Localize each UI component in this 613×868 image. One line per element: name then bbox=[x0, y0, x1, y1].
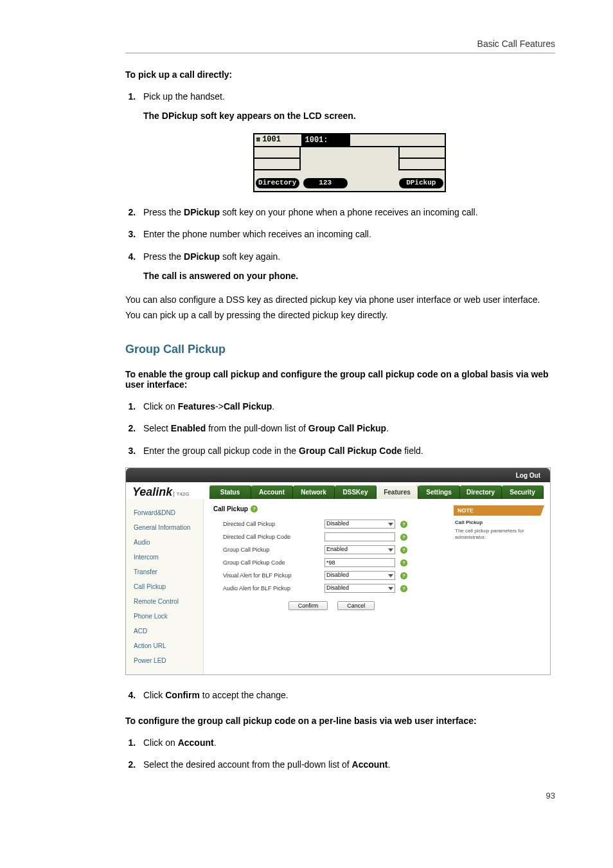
tab-directory[interactable]: Directory bbox=[460, 485, 502, 499]
list-item: Press the DPickup soft key again. The ca… bbox=[138, 249, 555, 284]
tab-security[interactable]: Security bbox=[502, 485, 544, 499]
sidebar-item-general-information[interactable]: General Information bbox=[126, 520, 203, 535]
page-header: Basic Call Features bbox=[125, 39, 555, 53]
note-body: The call pickup parameters for administr… bbox=[455, 528, 524, 540]
input-directed-call-pickup-code[interactable] bbox=[324, 532, 395, 541]
field-label: Group Call Pickup Code bbox=[213, 559, 319, 566]
softkey-empty bbox=[351, 178, 396, 188]
softkey-directory[interactable]: Directory bbox=[256, 178, 300, 188]
direct-pickup-steps: Pick up the handset. The DPickup soft ke… bbox=[125, 89, 555, 283]
sidebar-item-phone-lock[interactable]: Phone Lock bbox=[126, 609, 203, 624]
group-call-pickup-heading: Group Call Pickup bbox=[125, 343, 555, 356]
softkey-dpickup[interactable]: DPickup bbox=[399, 178, 443, 188]
field-label: Directed Call Pickup bbox=[213, 521, 319, 527]
lcd-title: 1001: bbox=[303, 134, 350, 147]
help-icon[interactable]: ? bbox=[400, 547, 407, 554]
sidebar-item-power-led[interactable]: Power LED bbox=[126, 653, 203, 668]
tab-dsskey[interactable]: DSSKey bbox=[335, 485, 377, 499]
note-head: NOTE bbox=[454, 505, 540, 516]
tab-settings[interactable]: Settings bbox=[418, 485, 460, 499]
step-text: Pick up the handset. bbox=[143, 91, 225, 102]
logout-link[interactable]: Log Out bbox=[516, 472, 540, 479]
help-icon[interactable]: ? bbox=[400, 559, 407, 566]
brand-logo: YealinkT42G bbox=[126, 483, 209, 499]
list-item: Click on Account. bbox=[138, 736, 555, 750]
group-intro: To enable the group call pickup and conf… bbox=[125, 369, 555, 390]
list-item: Click Confirm to accept the change. bbox=[138, 688, 555, 702]
sidebar-item-remote-control[interactable]: Remote Control bbox=[126, 594, 203, 609]
help-icon[interactable]: ? bbox=[400, 521, 407, 528]
select-visual-alert-for-blf-pickup[interactable]: Disabled bbox=[324, 571, 395, 580]
panel-title: Call Pickup ? bbox=[213, 505, 450, 512]
field-label: Directed Call Pickup Code bbox=[213, 534, 319, 540]
web-ui-screenshot: Log Out YealinkT42G StatusAccountNetwork… bbox=[125, 467, 551, 675]
tab-account[interactable]: Account bbox=[251, 485, 293, 499]
lcd-screenshot: 1001 1001: Directory 123 DPickup bbox=[253, 133, 446, 192]
sidebar-item-intercom[interactable]: Intercom bbox=[126, 550, 203, 565]
list-item: Press the DPickup soft key on your phone… bbox=[138, 205, 555, 219]
lcd-extension: 1001 bbox=[254, 134, 303, 147]
tab-network[interactable]: Network bbox=[293, 485, 335, 499]
sidebar-item-call-pickup[interactable]: Call Pickup bbox=[126, 579, 203, 594]
select-directed-call-pickup[interactable]: Disabled bbox=[324, 520, 395, 529]
form-row: Group Call Pickup Code? bbox=[213, 556, 450, 569]
confirm-button[interactable]: Confirm bbox=[289, 601, 328, 610]
tab-status[interactable]: Status bbox=[209, 485, 251, 499]
step-subtext: The call is answered on your phone. bbox=[143, 269, 555, 283]
list-item: Select Enabled from the pull-down list o… bbox=[138, 421, 555, 435]
field-label: Visual Alert for BLF Pickup bbox=[213, 572, 319, 579]
tab-features[interactable]: Features bbox=[377, 485, 418, 499]
header-title: Basic Call Features bbox=[125, 39, 555, 49]
group-steps-cont: Click Confirm to accept the change. bbox=[125, 688, 555, 702]
form-row: Directed Call PickupDisabled? bbox=[213, 518, 450, 530]
sidebar-item-transfer[interactable]: Transfer bbox=[126, 565, 203, 579]
perline-title: To configure the group call pickup code … bbox=[125, 716, 555, 726]
list-item: Pick up the handset. The DPickup soft ke… bbox=[138, 89, 555, 192]
sidebar-item-forward-dnd[interactable]: Forward&DND bbox=[126, 505, 203, 520]
section-title-direct-pickup: To pick up a call directly: bbox=[125, 69, 555, 80]
note-title: Call Pickup bbox=[455, 520, 539, 526]
select-group-call-pickup[interactable]: Enabled bbox=[324, 545, 395, 554]
help-icon[interactable]: ? bbox=[400, 572, 407, 579]
form-row: Audio Alert for BLF PickupDisabled? bbox=[213, 582, 450, 595]
after-steps-paragraph: You can also configure a DSS key as dire… bbox=[125, 293, 555, 323]
note-panel: NOTE Call Pickup The call pickup paramet… bbox=[450, 505, 540, 610]
help-icon[interactable]: ? bbox=[400, 534, 407, 541]
perline-steps: Click on Account. Select the desired acc… bbox=[125, 736, 555, 772]
list-item: Enter the group call pickup code in the … bbox=[138, 444, 555, 458]
sidebar-item-action-url[interactable]: Action URL bbox=[126, 638, 203, 653]
help-icon[interactable]: ? bbox=[251, 505, 258, 512]
select-audio-alert-for-blf-pickup[interactable]: Disabled bbox=[324, 584, 395, 593]
cancel-button[interactable]: Cancel bbox=[337, 601, 375, 610]
input-group-call-pickup-code[interactable] bbox=[324, 558, 395, 567]
group-steps: Click on Features->Call Pickup. Select E… bbox=[125, 399, 555, 458]
form-row: Group Call PickupEnabled? bbox=[213, 543, 450, 556]
list-item: Select the desired account from the pull… bbox=[138, 757, 555, 772]
sidebar-item-audio[interactable]: Audio bbox=[126, 535, 203, 550]
help-icon[interactable]: ? bbox=[400, 585, 407, 592]
softkey-123[interactable]: 123 bbox=[303, 178, 348, 188]
form-row: Visual Alert for BLF PickupDisabled? bbox=[213, 569, 450, 582]
page-number: 93 bbox=[125, 791, 555, 800]
list-item: Click on Features->Call Pickup. bbox=[138, 399, 555, 413]
list-item: Enter the phone number which receives an… bbox=[138, 227, 555, 241]
sidebar: Forward&DNDGeneral InformationAudioInter… bbox=[126, 499, 204, 674]
main-tabs: StatusAccountNetworkDSSKeyFeaturesSettin… bbox=[209, 482, 550, 499]
field-label: Group Call Pickup bbox=[213, 547, 319, 553]
form-row: Directed Call Pickup Code? bbox=[213, 530, 450, 543]
step-subtext: The DPickup soft key appears on the LCD … bbox=[143, 109, 555, 123]
sidebar-item-acd[interactable]: ACD bbox=[126, 624, 203, 638]
phone-icon bbox=[256, 134, 261, 146]
field-label: Audio Alert for BLF Pickup bbox=[213, 585, 319, 592]
